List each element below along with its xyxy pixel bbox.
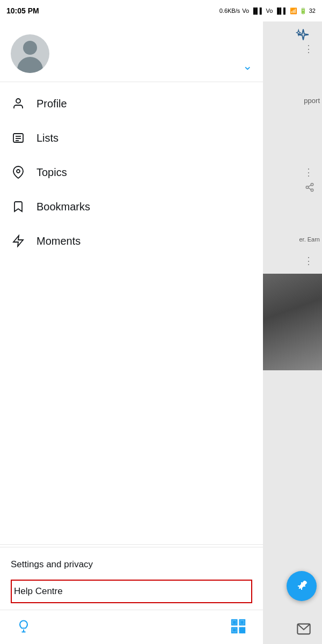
lte2-icon: Vo (266, 8, 273, 14)
qr-code-icon[interactable] (230, 618, 247, 637)
svg-rect-25 (240, 631, 242, 633)
nav-item-lists[interactable]: Lists (0, 121, 263, 155)
help-centre-label: Help Centre (14, 586, 249, 597)
topics-label: Topics (36, 166, 67, 179)
wifi-icon: 📶 (290, 8, 297, 14)
help-centre-box[interactable]: Help Centre (11, 580, 252, 603)
signal-icon-2: ▐▌▌ (275, 8, 287, 14)
moments-icon (11, 233, 26, 248)
nav-item-bookmarks[interactable]: Bookmarks (0, 189, 263, 224)
drawer-nav: Profile Lists Topics (0, 82, 263, 542)
feed-dots-3: ⋮ (304, 255, 313, 267)
svg-point-8 (16, 99, 20, 103)
bottom-bar (0, 610, 263, 644)
lists-icon (11, 130, 26, 145)
sparkle-icon[interactable] (295, 28, 311, 46)
moments-label: Moments (36, 235, 80, 247)
svg-rect-23 (240, 627, 242, 630)
svg-rect-21 (233, 629, 236, 631)
feed-dots-2: ⋮ (304, 166, 313, 178)
svg-point-1 (306, 186, 309, 189)
chevron-down-icon[interactable]: ⌄ (243, 59, 252, 73)
compose-fab[interactable] (287, 571, 317, 601)
bookmark-icon (11, 199, 26, 214)
battery-icon: 🔋 (299, 8, 307, 14)
svg-point-13 (17, 170, 20, 173)
feed-text-2: er. Earn (299, 236, 320, 243)
nav-item-profile[interactable]: Profile (0, 86, 263, 121)
feed-text-1: pport (304, 97, 320, 105)
svg-rect-19 (233, 621, 236, 623)
svg-line-4 (308, 185, 311, 187)
nav-divider (0, 544, 263, 545)
status-time: 10:05 PM (6, 6, 39, 15)
feed-image (258, 274, 322, 370)
svg-rect-20 (241, 621, 243, 623)
svg-rect-24 (243, 627, 245, 630)
bookmarks-label: Bookmarks (36, 201, 90, 213)
topics-icon (11, 165, 26, 180)
avatar[interactable] (11, 34, 49, 73)
battery-level: 32 (309, 8, 316, 14)
share-icon (305, 182, 314, 194)
nav-item-topics[interactable]: Topics (0, 155, 263, 189)
signal-icon-1: ▐▌▌ (251, 8, 264, 14)
person-icon (11, 96, 26, 111)
navigation-drawer: ⌄ Profile Lists (0, 21, 263, 644)
data-speed: 0.6KB/s (219, 8, 240, 14)
lists-label: Lists (36, 132, 58, 144)
status-icons: 0.6KB/s Vo ▐▌▌ Vo ▐▌▌ 📶 🔋 32 (219, 8, 316, 14)
lightbulb-icon[interactable] (16, 619, 31, 636)
mail-icon[interactable] (296, 621, 311, 639)
avatar-person (11, 34, 49, 73)
nav-item-moments[interactable]: Moments (0, 224, 263, 258)
svg-line-3 (308, 188, 311, 189)
drawer-links: Settings and privacy Help Centre (0, 547, 263, 610)
avatar-body (17, 57, 43, 73)
profile-label: Profile (36, 98, 67, 110)
svg-rect-26 (243, 631, 245, 633)
svg-point-0 (311, 184, 313, 186)
settings-privacy-link[interactable]: Settings and privacy (11, 552, 252, 577)
svg-marker-14 (13, 236, 23, 246)
lte-icon: Vo (242, 8, 249, 14)
avatar-head (23, 41, 37, 55)
drawer-header: ⌄ (0, 21, 263, 82)
status-bar: 10:05 PM 0.6KB/s Vo ▐▌▌ Vo ▐▌▌ 📶 🔋 32 (0, 0, 322, 21)
svg-point-2 (311, 189, 313, 192)
